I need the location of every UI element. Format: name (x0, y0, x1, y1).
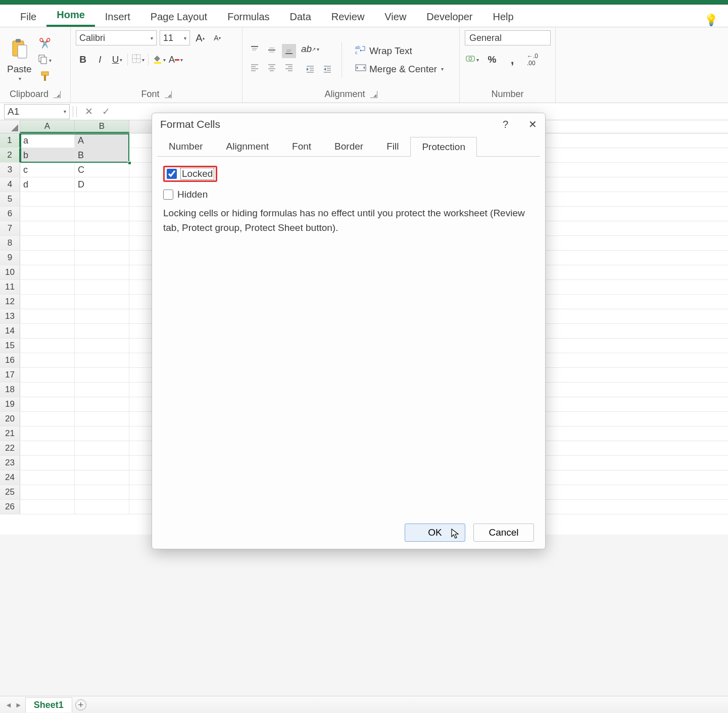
cell[interactable]: d (20, 177, 75, 192)
row-header[interactable]: 6 (0, 207, 20, 221)
dialog-close-button[interactable]: ✕ (528, 118, 537, 130)
row-header[interactable]: 22 (0, 441, 20, 455)
row-header[interactable]: 26 (0, 500, 20, 514)
cell[interactable] (20, 412, 75, 426)
dialog-tab-font[interactable]: Font (280, 136, 323, 156)
cell[interactable] (75, 280, 129, 294)
cell[interactable]: C (75, 163, 129, 177)
cell[interactable] (20, 441, 75, 455)
wrap-text-button[interactable]: abcWrap Text (355, 44, 444, 57)
cell[interactable] (75, 295, 129, 309)
italic-button[interactable]: I (93, 53, 107, 67)
cell[interactable] (20, 251, 75, 265)
row-header[interactable]: 11 (0, 280, 20, 294)
cell[interactable] (20, 324, 75, 338)
dialog-help-button[interactable]: ? (503, 119, 508, 130)
tab-help[interactable]: Help (483, 6, 524, 27)
row-header[interactable]: 12 (0, 295, 20, 309)
font-color-button[interactable]: A▾ (169, 53, 183, 67)
percent-button[interactable]: % (485, 53, 499, 67)
cell[interactable] (75, 353, 129, 367)
sheet-nav-next[interactable]: ► (15, 701, 22, 709)
row-header[interactable]: 24 (0, 470, 20, 485)
hidden-checkbox[interactable] (163, 189, 173, 200)
cell[interactable]: a (20, 133, 75, 148)
cell[interactable] (20, 280, 75, 294)
row-header[interactable]: 21 (0, 426, 20, 441)
comma-button[interactable]: , (505, 53, 519, 67)
cell[interactable] (20, 368, 75, 382)
cell[interactable] (75, 339, 129, 353)
row-header[interactable]: 19 (0, 397, 20, 411)
row-header[interactable]: 15 (0, 339, 20, 353)
cell[interactable] (75, 265, 129, 279)
cell[interactable]: B (75, 148, 129, 162)
select-all-corner[interactable] (0, 120, 20, 133)
increase-font-button[interactable]: A▴ (193, 31, 207, 45)
cell[interactable] (75, 221, 129, 235)
cell[interactable] (20, 397, 75, 411)
tab-home[interactable]: Home (46, 4, 95, 27)
sheet-nav-prev[interactable]: ◄ (5, 701, 12, 709)
row-header[interactable]: 1 (0, 133, 20, 148)
cell[interactable] (75, 368, 129, 382)
tab-developer[interactable]: Developer (416, 6, 482, 27)
alignment-dialog-launcher[interactable] (370, 91, 377, 98)
clipboard-dialog-launcher[interactable] (54, 91, 61, 98)
column-header-b[interactable]: B (75, 120, 129, 133)
cell[interactable] (75, 500, 129, 514)
tab-data[interactable]: Data (280, 6, 321, 27)
cell[interactable] (75, 456, 129, 470)
copy-button[interactable]: ▾ (38, 53, 52, 67)
cell[interactable] (20, 207, 75, 221)
format-painter-button[interactable] (38, 70, 52, 84)
locked-label[interactable]: Locked (181, 168, 214, 179)
add-sheet-button[interactable]: + (75, 699, 86, 710)
hidden-label[interactable]: Hidden (177, 189, 208, 200)
row-header[interactable]: 17 (0, 368, 20, 382)
underline-button[interactable]: U▾ (110, 53, 124, 67)
font-dialog-launcher[interactable] (165, 91, 172, 98)
locked-checkbox[interactable] (167, 169, 177, 179)
lightbulb-icon[interactable]: 💡 (704, 14, 718, 27)
row-header[interactable]: 7 (0, 221, 20, 235)
bold-button[interactable]: B (76, 53, 90, 67)
cell[interactable] (20, 236, 75, 250)
increase-indent-button[interactable] (320, 63, 334, 77)
row-header[interactable]: 23 (0, 456, 20, 470)
enter-formula-button[interactable]: ✓ (102, 106, 110, 117)
tab-formulas[interactable]: Formulas (217, 6, 279, 27)
cell[interactable] (20, 265, 75, 279)
cell[interactable] (20, 383, 75, 397)
cell[interactable] (20, 295, 75, 309)
cell[interactable] (75, 309, 129, 323)
orientation-button[interactable]: ab↗▾ (303, 42, 317, 56)
cell[interactable] (20, 192, 75, 206)
fill-color-button[interactable]: ▾ (152, 53, 166, 67)
tab-review[interactable]: Review (321, 6, 375, 27)
cell[interactable] (20, 353, 75, 367)
tab-file[interactable]: File (10, 6, 46, 27)
cell[interactable] (75, 324, 129, 338)
row-header[interactable]: 9 (0, 251, 20, 265)
align-top-button[interactable] (248, 44, 262, 58)
cell[interactable] (75, 192, 129, 206)
ok-button[interactable]: OK (405, 524, 465, 542)
row-header[interactable]: 4 (0, 177, 20, 192)
number-format-select[interactable]: General (465, 30, 551, 45)
align-center-button[interactable] (265, 61, 279, 75)
row-header[interactable]: 18 (0, 383, 20, 397)
dialog-tab-alignment[interactable]: Alignment (215, 136, 281, 156)
cell[interactable] (75, 412, 129, 426)
cell[interactable] (75, 470, 129, 485)
dialog-tab-border[interactable]: Border (323, 136, 375, 156)
cell[interactable] (20, 456, 75, 470)
font-name-select[interactable]: Calibri▾ (76, 30, 157, 45)
tab-view[interactable]: View (374, 6, 416, 27)
column-header-a[interactable]: A (20, 120, 75, 133)
cell[interactable] (20, 221, 75, 235)
tab-page-layout[interactable]: Page Layout (140, 6, 217, 27)
cell[interactable] (75, 207, 129, 221)
row-header[interactable]: 8 (0, 236, 20, 250)
cell[interactable] (20, 500, 75, 514)
